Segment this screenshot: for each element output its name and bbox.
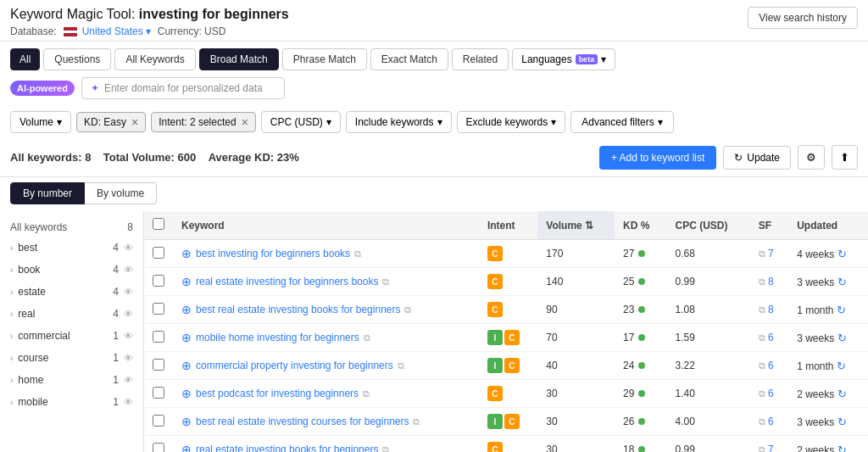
sf-copy-icon[interactable]: ⧉ (759, 388, 765, 399)
refresh-icon[interactable]: ↻ (837, 248, 847, 260)
sidebar-item[interactable]: › book 4 👁 (0, 259, 143, 281)
volume-filter-button[interactable]: Volume ▾ (10, 111, 71, 133)
eye-icon[interactable]: 👁 (124, 353, 133, 363)
eye-icon[interactable]: 👁 (124, 243, 133, 253)
refresh-icon[interactable]: ↻ (837, 444, 847, 453)
sidebar-item[interactable]: › real 4 👁 (0, 303, 143, 325)
eye-icon[interactable]: 👁 (124, 397, 133, 407)
sf-cell: ⧉ 6 (750, 408, 789, 436)
database-selector[interactable]: United States ▾ (64, 25, 151, 37)
cpc-filter-button[interactable]: CPC (USD) ▾ (261, 111, 341, 133)
keyword-copy-icon[interactable]: ⧉ (382, 444, 389, 453)
tab-all-keywords[interactable]: All Keywords (114, 48, 195, 70)
sidebar-item[interactable]: › estate 4 👁 (0, 281, 143, 303)
sf-link[interactable]: 6 (768, 332, 774, 343)
view-history-button[interactable]: View search history (748, 7, 858, 29)
tab-phrase-match[interactable]: Phrase Match (282, 48, 367, 70)
tab-exact-match[interactable]: Exact Match (370, 48, 448, 70)
sf-copy-icon[interactable]: ⧉ (759, 304, 765, 315)
include-keywords-button[interactable]: Include keywords ▾ (346, 111, 452, 133)
keyword-link[interactable]: ⊕ best investing for beginners books ⧉ (181, 247, 470, 260)
sidebar-item[interactable]: › best 4 👁 (0, 237, 143, 259)
chevron-down-icon: ▾ (57, 116, 62, 128)
export-button[interactable]: ⬆ (832, 145, 858, 170)
updated-cell: 3 weeks ↻ (788, 408, 868, 436)
domain-input[interactable]: ✦ Enter domain for personalized data (81, 77, 285, 99)
sidebar-item[interactable]: › home 1 👁 (0, 369, 143, 391)
sf-link[interactable]: 7 (768, 248, 774, 259)
advanced-filters-button[interactable]: Advanced filters ▾ (570, 111, 673, 133)
tab-questions[interactable]: Questions (43, 48, 111, 70)
keyword-copy-icon[interactable]: ⧉ (404, 304, 411, 315)
sf-copy-icon[interactable]: ⧉ (759, 332, 765, 343)
keyword-copy-icon[interactable]: ⧉ (398, 360, 404, 371)
keyword-copy-icon[interactable]: ⧉ (354, 248, 361, 259)
refresh-icon[interactable]: ↻ (837, 360, 846, 372)
keyword-link[interactable]: ⊕ commercial property investing for begi… (181, 359, 470, 372)
sidebar-item[interactable]: › commercial 1 👁 (0, 325, 143, 347)
exclude-keywords-button[interactable]: Exclude keywords ▾ (457, 111, 566, 133)
sf-copy-icon[interactable]: ⧉ (759, 276, 765, 287)
eye-icon[interactable]: 👁 (124, 331, 133, 341)
sf-link[interactable]: 6 (768, 360, 774, 371)
intent-cell: C (479, 268, 537, 296)
row-checkbox[interactable] (153, 275, 164, 287)
sidebar-header: All keywords 8 (0, 218, 143, 237)
tab-broad-match[interactable]: Broad Match (199, 48, 279, 70)
refresh-icon[interactable]: ↻ (837, 276, 847, 288)
keyword-link[interactable]: ⊕ real estate investing books for beginn… (181, 443, 470, 452)
sf-copy-icon[interactable]: ⧉ (759, 444, 765, 452)
row-checkbox[interactable] (153, 303, 164, 315)
keyword-link[interactable]: ⊕ real estate investing for beginners bo… (181, 275, 470, 288)
refresh-icon[interactable]: ↻ (837, 332, 847, 344)
tab-all[interactable]: All (10, 48, 40, 70)
keyword-link[interactable]: ⊕ best real estate investing courses for… (181, 415, 470, 428)
row-checkbox[interactable] (153, 359, 164, 371)
keyword-link[interactable]: ⊕ mobile home investing for beginners ⧉ (181, 331, 470, 344)
refresh-icon[interactable]: ↻ (837, 388, 847, 400)
sf-copy-icon[interactable]: ⧉ (759, 248, 765, 259)
row-checkbox[interactable] (153, 247, 164, 259)
intent-cell: IC (479, 324, 537, 352)
keyword-cell: ⊕ best real estate investing courses for… (173, 408, 479, 436)
keyword-copy-icon[interactable]: ⧉ (364, 332, 370, 343)
row-checkbox[interactable] (153, 387, 164, 399)
keyword-link[interactable]: ⊕ best real estate investing books for b… (181, 303, 470, 316)
sidebar-item-label: commercial (18, 330, 70, 342)
select-all-checkbox[interactable] (153, 218, 164, 230)
keyword-copy-icon[interactable]: ⧉ (413, 416, 420, 427)
by-volume-button[interactable]: By volume (85, 182, 157, 204)
kd-remove-button[interactable]: × (131, 116, 138, 128)
sf-link[interactable]: 8 (768, 304, 774, 315)
sidebar-item[interactable]: › mobile 1 👁 (0, 391, 143, 413)
intent-remove-button[interactable]: × (242, 116, 248, 128)
sf-link[interactable]: 7 (768, 444, 774, 452)
sf-link[interactable]: 6 (768, 416, 774, 427)
by-number-button[interactable]: By number (10, 182, 85, 204)
eye-icon[interactable]: 👁 (124, 265, 133, 275)
languages-button[interactable]: Languages beta ▾ (512, 48, 615, 70)
sidebar-item[interactable]: › course 1 👁 (0, 347, 143, 369)
update-button[interactable]: ↻ Update (723, 146, 791, 170)
settings-button[interactable]: ⚙ (798, 145, 825, 170)
sf-copy-icon[interactable]: ⧉ (759, 360, 765, 371)
keyword-copy-icon[interactable]: ⧉ (382, 276, 389, 287)
eye-icon[interactable]: 👁 (124, 287, 133, 297)
sf-copy-icon[interactable]: ⧉ (759, 416, 765, 427)
row-checkbox[interactable] (153, 443, 164, 453)
sf-link[interactable]: 6 (768, 388, 774, 399)
sidebar-item-count: 1 (113, 352, 119, 364)
refresh-icon[interactable]: ↻ (837, 416, 847, 428)
volume-column-header[interactable]: Volume ⇅ (537, 211, 615, 240)
sf-link[interactable]: 8 (768, 276, 774, 287)
row-checkbox[interactable] (153, 331, 164, 343)
keyword-link[interactable]: ⊕ best podcast for investing beginners ⧉ (181, 387, 470, 400)
eye-icon[interactable]: 👁 (124, 375, 133, 385)
refresh-icon[interactable]: ↻ (837, 304, 846, 316)
add-to-keyword-list-button[interactable]: + Add to keyword list (599, 146, 716, 170)
keyword-copy-icon[interactable]: ⧉ (363, 388, 370, 399)
tab-related[interactable]: Related (452, 48, 509, 70)
eye-icon[interactable]: 👁 (124, 309, 133, 319)
add-keyword-icon: ⊕ (181, 415, 192, 428)
row-checkbox[interactable] (153, 415, 164, 427)
